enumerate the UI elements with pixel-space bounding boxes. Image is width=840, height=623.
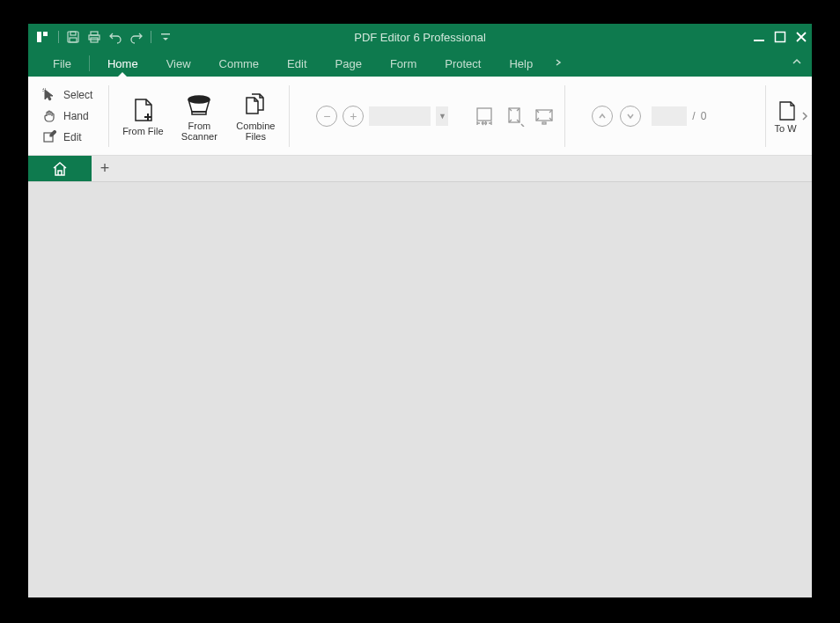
menu-file[interactable]: File [39,50,85,77]
menu-view[interactable]: View [152,50,205,77]
menu-page[interactable]: Page [321,50,376,77]
svg-rect-9 [754,40,764,41]
menu-help[interactable]: Help [495,50,547,77]
separator [151,31,151,43]
save-icon[interactable] [66,30,80,44]
svg-point-12 [188,96,210,103]
ribbon: Select Hand Edit From File From Scanner … [28,77,812,156]
menu-form[interactable]: Form [376,50,431,77]
from-scanner-label: From Scanner [171,121,227,142]
hand-tool[interactable]: Hand [39,107,96,125]
app-logo-icon [35,30,49,44]
svg-rect-1 [43,32,48,36]
print-icon[interactable] [87,30,101,44]
document-tab-bar: + [28,156,812,182]
separator [58,31,59,43]
select-tool[interactable]: Select [39,86,96,104]
fit-page-icon[interactable] [503,105,526,128]
zoom-out-button[interactable]: − [316,106,337,127]
menu-bar: File Home View Comme Edit Page Form Prot… [28,50,812,77]
combine-files-button[interactable]: Combine Files [227,81,284,151]
title-bar: PDF Editor 6 Professional [28,24,812,50]
combine-files-label: Combine Files [227,121,284,142]
maximize-button[interactable] [770,24,791,50]
prev-page-button[interactable] [592,106,613,127]
menu-home[interactable]: Home [93,50,152,77]
zoom-in-button[interactable]: + [343,106,364,127]
select-tool-label: Select [63,89,92,101]
edit-tool-label: Edit [63,131,82,143]
redo-icon[interactable] [129,30,144,44]
menu-protect[interactable]: Protect [431,50,495,77]
zoom-input[interactable] [369,106,431,126]
separator [108,85,109,147]
separator [289,85,290,147]
svg-rect-13 [477,108,491,121]
actual-size-icon[interactable] [533,105,556,128]
svg-rect-4 [70,38,77,42]
app-title: PDF Editor 6 Professional [354,31,486,44]
document-area [28,182,812,597]
svg-rect-0 [37,32,41,42]
separator [765,85,766,147]
svg-rect-16 [542,122,546,124]
hand-tool-label: Hand [63,110,89,122]
edit-tool[interactable]: Edit [39,128,96,146]
separator [564,85,565,147]
minimize-button[interactable] [748,24,770,50]
svg-rect-10 [776,33,785,42]
new-tab-button[interactable]: + [92,156,118,181]
to-word-button[interactable]: To W [771,99,799,134]
home-tab[interactable] [28,156,92,181]
menu-edit[interactable]: Edit [273,50,321,77]
separator [89,55,90,71]
svg-rect-8 [161,33,170,35]
from-scanner-button[interactable]: From Scanner [171,81,227,151]
close-button[interactable] [791,24,812,50]
from-file-button[interactable]: From File [114,81,171,151]
menu-comment[interactable]: Comme [205,50,274,77]
page-total: 0 [701,110,707,122]
menu-more-icon[interactable] [547,57,570,70]
ribbon-scroll-right-icon[interactable] [799,111,810,121]
undo-icon[interactable] [108,30,122,44]
to-word-label: To W [774,123,796,134]
collapse-ribbon-icon[interactable] [791,55,803,71]
page-separator: / [692,110,695,122]
fit-width-icon[interactable] [473,105,496,128]
quick-access-dropdown-icon[interactable] [158,30,173,44]
from-file-label: From File [122,126,163,136]
next-page-button[interactable] [620,106,641,127]
page-number-input[interactable] [652,106,687,126]
zoom-dropdown-icon[interactable]: ▼ [436,106,448,126]
svg-rect-3 [70,32,76,35]
